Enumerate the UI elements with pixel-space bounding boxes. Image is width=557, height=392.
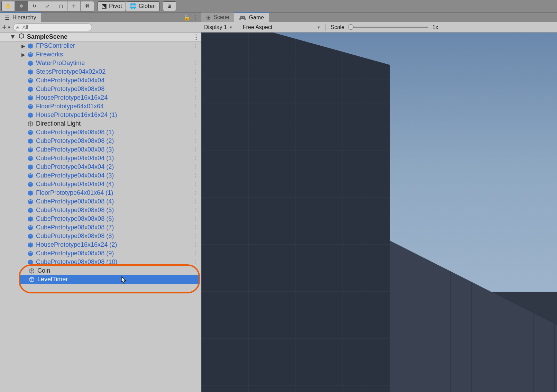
pivot-toggle[interactable]: ⬔ Pivot: [98, 1, 126, 11]
chevron-right-icon[interactable]: 〉: [194, 78, 199, 84]
chevron-right-icon[interactable]: 〉: [194, 190, 199, 196]
chevron-right-icon[interactable]: 〉: [194, 207, 199, 213]
item-label: CubePrototype04x04x04 (1): [36, 155, 114, 162]
hierarchy-item[interactable]: CubePrototype08x08x08 (6)〉: [0, 215, 201, 223]
scene-tab[interactable]: ⊞ Scene: [201, 12, 234, 22]
chevron-right-icon[interactable]: 〉: [194, 147, 199, 153]
divider: [326, 24, 326, 31]
item-label: Directional Light: [36, 120, 81, 127]
hierarchy-item[interactable]: WaterProDaytime〉: [0, 59, 201, 67]
gameobject-icon: [28, 61, 33, 66]
wrench-icon: 🛠: [85, 3, 90, 9]
item-label: CubePrototype08x08x08 (7): [36, 224, 114, 231]
hierarchy-item[interactable]: CubePrototype08x08x08 (4)〉: [0, 197, 201, 206]
hierarchy-tab[interactable]: ☰ Hierarchy: [0, 12, 41, 22]
hierarchy-item[interactable]: CubePrototype08x08x08 (7)〉: [0, 223, 201, 232]
snap-toggle[interactable]: ⊞: [163, 1, 176, 11]
hierarchy-item[interactable]: CubePrototype04x04x04 (4)〉: [0, 180, 201, 189]
move-icon: ✥: [19, 3, 23, 9]
hierarchy-item[interactable]: CubePrototype08x08x08 (9)〉: [0, 249, 201, 258]
scene-header[interactable]: ▼ SampleScene ⋮: [0, 33, 201, 42]
hierarchy-item[interactable]: LevelTimer: [20, 275, 199, 284]
hierarchy-item[interactable]: CubePrototype08x08x08 (5)〉: [0, 206, 201, 215]
scale-tool[interactable]: ⤢: [41, 1, 54, 11]
hierarchy-item[interactable]: ▶Fireworks: [0, 50, 201, 59]
hierarchy-item[interactable]: CubePrototype04x04x04 (2)〉: [0, 163, 201, 171]
chevron-right-icon[interactable]: 〉: [194, 138, 199, 144]
chevron-right-icon[interactable]: 〉: [194, 69, 199, 75]
hierarchy-panel: ☰ Hierarchy 🔓 ⋮ +▼ ⍟ ▼ SampleScene ⋮: [0, 12, 201, 392]
hierarchy-item[interactable]: HousePrototype16x16x24 (2)〉: [0, 240, 201, 249]
move-tool[interactable]: ✥: [15, 1, 28, 11]
hierarchy-item[interactable]: CubePrototype04x04x04〉: [0, 76, 201, 85]
chevron-right-icon[interactable]: 〉: [194, 233, 199, 239]
chevron-right-icon[interactable]: 〉: [194, 199, 199, 205]
chevron-right-icon[interactable]: 〉: [194, 242, 199, 248]
chevron-right-icon[interactable]: 〉: [194, 155, 199, 162]
hierarchy-item[interactable]: CubePrototype04x04x04 (1)〉: [0, 154, 201, 163]
hierarchy-item[interactable]: CubePrototype08x08x08 (1)〉: [0, 128, 201, 137]
hierarchy-search-input[interactable]: [13, 24, 92, 31]
scene-menu-icon[interactable]: ⋮: [193, 33, 199, 41]
chevron-right-icon[interactable]: 〉: [194, 216, 199, 222]
hierarchy-item[interactable]: StepsPrototype04x02x02〉: [0, 67, 201, 76]
custom-tool[interactable]: 🛠: [81, 1, 94, 11]
hierarchy-item[interactable]: HousePrototype16x16x24〉: [0, 93, 201, 102]
item-label: WaterProDaytime: [36, 60, 85, 67]
chevron-right-icon[interactable]: 〉: [194, 250, 199, 257]
expand-arrow-icon[interactable]: ▶: [21, 43, 25, 49]
hand-tool[interactable]: ✋: [2, 1, 15, 11]
expand-arrow-icon[interactable]: ▼: [10, 33, 16, 40]
item-label: Coin: [37, 267, 50, 274]
item-label: CubePrototype04x04x04: [36, 77, 104, 84]
chevron-right-icon[interactable]: 〉: [194, 43, 199, 49]
aspect-dropdown[interactable]: Free Aspect ▼: [243, 24, 321, 30]
chevron-right-icon[interactable]: 〉: [194, 129, 199, 136]
transform-tool[interactable]: ✛: [67, 1, 81, 11]
hierarchy-item[interactable]: FloorPrototype64x01x64〉: [0, 102, 201, 111]
slider-thumb[interactable]: [348, 24, 354, 30]
game-tab[interactable]: 🎮 Game: [234, 12, 269, 22]
hierarchy-tree[interactable]: ▼ SampleScene ⋮ ▶FPSController〉▶Firework…: [0, 33, 201, 392]
game-tab-label: Game: [249, 15, 264, 21]
item-label: CubePrototype04x04x04 (3): [36, 172, 114, 179]
chevron-right-icon[interactable]: 〉: [194, 173, 199, 179]
gameobject-icon: [29, 277, 35, 282]
hierarchy-item[interactable]: CubePrototype08x08x08 (2)〉: [0, 137, 201, 145]
item-label: CubePrototype08x08x08 (5): [36, 207, 114, 214]
hierarchy-item[interactable]: HousePrototype16x16x24 (1)〉: [0, 111, 201, 119]
hierarchy-item[interactable]: CubePrototype04x04x04 (3)〉: [0, 171, 201, 180]
hierarchy-item[interactable]: Directional Light: [0, 119, 201, 128]
chevron-right-icon[interactable]: 〉: [194, 86, 199, 92]
hierarchy-item[interactable]: FloorPrototype64x01x64 (1)〉: [0, 189, 201, 197]
chevron-right-icon[interactable]: 〉: [194, 164, 199, 170]
divider: [238, 24, 238, 31]
aspect-label: Free Aspect: [243, 24, 272, 30]
hierarchy-item[interactable]: Coin: [20, 266, 199, 275]
chevron-right-icon[interactable]: 〉: [194, 112, 199, 118]
rotate-tool[interactable]: ↻: [28, 1, 41, 11]
chevron-right-icon[interactable]: 〉: [194, 259, 199, 265]
display-label: Display 1: [204, 24, 227, 30]
hierarchy-item[interactable]: CubePrototype08x08x08 (8)〉: [0, 232, 201, 240]
chevron-right-icon[interactable]: 〉: [194, 103, 199, 110]
global-toggle[interactable]: 🌐 Global: [126, 1, 159, 11]
create-button[interactable]: +▼: [2, 23, 11, 32]
scale-slider[interactable]: [349, 27, 428, 28]
item-label: CubePrototype08x08x08: [36, 85, 104, 93]
chevron-right-icon[interactable]: 〉: [194, 95, 199, 101]
chevron-right-icon[interactable]: 〉: [194, 60, 199, 66]
hierarchy-item[interactable]: ▶FPSController〉: [0, 42, 201, 50]
expand-arrow-icon[interactable]: ▶: [21, 52, 25, 57]
chevron-right-icon[interactable]: 〉: [194, 225, 199, 231]
display-dropdown[interactable]: Display 1 ▼: [204, 24, 233, 30]
scale-value: 1x: [432, 24, 438, 30]
hierarchy-item[interactable]: CubePrototype08x08x08 (3)〉: [0, 145, 201, 154]
hierarchy-item[interactable]: CubePrototype08x08x08〉: [0, 85, 201, 93]
gameobject-icon: [28, 95, 33, 101]
scale-control: Scale 1x: [331, 24, 438, 30]
lock-icon[interactable]: 🔓: [183, 14, 190, 21]
rect-tool[interactable]: ▢: [54, 1, 67, 11]
chevron-right-icon[interactable]: 〉: [194, 181, 199, 188]
panel-menu-icon[interactable]: ⋮: [193, 14, 199, 21]
